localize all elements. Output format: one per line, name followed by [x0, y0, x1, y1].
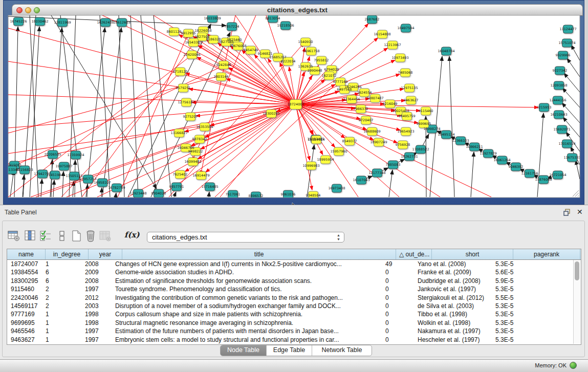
table-cell: Nakamura et al. (1997) [414, 327, 492, 335]
table-cell: Hescheler et al. (1997) [414, 336, 492, 344]
graph-node-label: 7857224 [225, 25, 239, 29]
dropdown-stepper-icon: ▲▼ [337, 233, 340, 242]
graph-node-label: 19218506 [277, 24, 294, 28]
table-cell: 9463627 [7, 336, 42, 344]
close-panel-icon[interactable]: ✕ [577, 208, 583, 216]
table-cell: 1 [42, 327, 81, 335]
graph-node-label: 19654923 [397, 129, 414, 134]
table-cell: 5.3E-5 [492, 310, 555, 318]
graph-node-label: 11156823 [16, 168, 33, 172]
graph-node-label: 16745226 [10, 19, 27, 24]
tab-node-table[interactable]: Node Table [221, 345, 267, 356]
graph-node-label: 16246266 [344, 85, 361, 89]
graph-node-label: 16958107 [94, 181, 111, 185]
table-cell: 2012 [81, 294, 112, 302]
table-row[interactable]: 911546021997Tourette syndrome. Phenomeno… [7, 285, 581, 293]
vertical-scrollbar[interactable] [573, 260, 581, 344]
graph-node-label: 19975887 [55, 164, 72, 168]
table-cell: 9699695 [7, 319, 42, 327]
column-header[interactable]: in_degree [46, 249, 89, 259]
memory-status-label: Memory: OK [535, 362, 567, 368]
table-cell: 2008 [81, 277, 112, 285]
table-cell: 1997 [81, 336, 112, 344]
network-canvas[interactable]: 1674522618030462128119691626243818612603… [0, 0, 588, 205]
graph-node-label: 15957960 [330, 149, 347, 154]
tab-edge-table[interactable]: Edge Table [267, 345, 312, 356]
graph-node-label: 11451944 [46, 173, 63, 177]
delete-table-icon [98, 230, 112, 242]
table-cell: 5.6E-5 [492, 268, 555, 276]
graph-node-label: 9463627 [404, 98, 419, 102]
column-header[interactable]: name [7, 249, 46, 259]
graph-node-label: 9227342 [553, 69, 568, 73]
graph-node-label: 16210643 [550, 113, 567, 117]
table-selector-dropdown[interactable]: citations_edges.txt ▲▼ [147, 232, 344, 243]
column-header[interactable]: title [122, 249, 396, 259]
table-row[interactable]: 1456911722003Disruption of a novel membe… [7, 302, 581, 310]
clear-selection-icon[interactable] [55, 230, 69, 242]
graph-node-label: 18300295 [263, 112, 279, 116]
graph-node-label: 16961758 [302, 49, 319, 53]
new-column-icon[interactable] [70, 230, 83, 242]
graph-node-label: 12366103 [452, 139, 469, 143]
graph-node-label: 8915081 [7, 163, 22, 167]
function-builder-icon[interactable]: f(x) [124, 230, 140, 239]
column-header[interactable]: △ out_de... [396, 249, 432, 259]
graph-node-label: 6216049 [383, 102, 398, 106]
table-cell: 1 [42, 336, 81, 344]
scrollbar-thumb[interactable] [575, 261, 579, 280]
table-row[interactable]: 977716911998Corpus callosum shape and si… [7, 310, 581, 318]
graph-node-label: 7955812 [314, 58, 329, 62]
graph-node-label: 8912955 [181, 31, 196, 35]
delete-column-icon[interactable] [84, 230, 97, 242]
column-header[interactable]: pagerank [513, 249, 580, 259]
graph-node-label: 9825460 [227, 38, 242, 42]
table-selector-value: citations_edges.txt [152, 233, 207, 241]
show-columns-icon[interactable] [24, 230, 37, 242]
column-header[interactable]: year [89, 249, 122, 259]
graph-node-label: 17359924 [67, 153, 84, 157]
table-cell: Jankovic et al. (1997) [414, 285, 492, 293]
table-cell: 5.3E-5 [492, 336, 555, 344]
table-cell: 1998 [81, 310, 112, 318]
graph-node-label: 16154808 [374, 32, 390, 36]
table-cell: Disruption of a novel member of a sodium… [112, 302, 382, 310]
table-cell: 22420046 [7, 294, 42, 302]
table-cell: Dudbridge et al. (2008) [414, 277, 492, 285]
table-cell: 0 [382, 327, 414, 335]
table-cell: Stergiakouli et al. (2012) [414, 294, 492, 302]
status-bar: Memory: OK [0, 359, 588, 372]
graph-node-label: 8601123 [167, 30, 182, 34]
graph-node-label: 18495759 [398, 114, 415, 118]
graph-node-label: 9115460 [419, 109, 433, 113]
graph-node-label: 9720407 [359, 118, 374, 122]
table-row[interactable]: 1872400712008Changes of HCN gene express… [7, 260, 581, 268]
table-cell: 18300295 [7, 277, 42, 285]
select-all-icon[interactable] [39, 230, 52, 242]
table-type-tabs: Node Table Edge Table Network Table [220, 345, 372, 356]
table-row[interactable]: 969969511998Structural magnetic resonanc… [7, 319, 581, 327]
table-cell: Tibbo et al. (1998) [414, 310, 492, 318]
graph-node-label: 16107043 [353, 178, 369, 182]
graph-node-label: 8579251 [176, 86, 191, 90]
graph-node-label: 18030462 [31, 19, 48, 24]
graph-node-label: 22420046 [183, 53, 200, 57]
table-row[interactable]: 1938455462009Genome-wide association stu… [7, 268, 581, 276]
table-cell: 19384554 [7, 268, 42, 276]
table-row[interactable]: 1830029562008Estimation of significance … [7, 277, 581, 285]
graph-node-label: 16061264 [493, 158, 510, 162]
table-mode-icon[interactable] [7, 230, 20, 242]
table-row[interactable]: 946554611997Estimation of the future num… [7, 327, 581, 335]
column-header[interactable]: short [432, 249, 513, 259]
graph-node-label: 1540910 [298, 40, 313, 44]
table-cell: 5.5E-5 [492, 294, 555, 302]
graph-node-label: 15751074 [558, 41, 575, 45]
table-cell: Embryonic stem cells: a model to study s… [112, 336, 382, 344]
graph-node-label: 6794028 [324, 68, 339, 72]
graph-node-label: 16782759 [108, 186, 125, 190]
float-panel-icon[interactable] [563, 209, 571, 216]
table-row[interactable]: 2242004622012Investigating the contribut… [7, 294, 581, 302]
tab-network-table[interactable]: Network Table [312, 345, 372, 356]
table-row[interactable]: 946362711997Embryonic stem cells: a mode… [7, 336, 581, 344]
table-cell: 1997 [81, 285, 112, 293]
